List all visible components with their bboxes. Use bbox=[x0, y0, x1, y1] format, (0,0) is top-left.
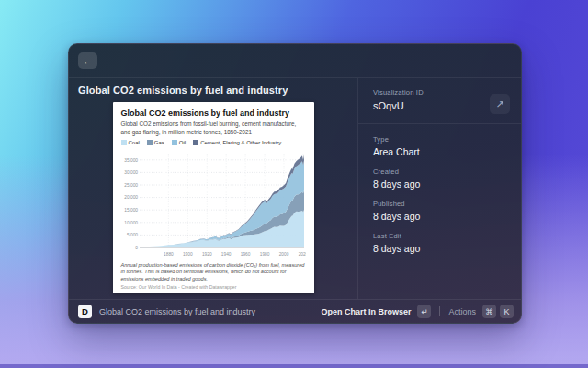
svg-text:0: 0 bbox=[135, 245, 138, 249]
svg-text:1980: 1980 bbox=[259, 252, 269, 257]
desktop-bottom-strip bbox=[0, 364, 588, 368]
svg-text:1900: 1900 bbox=[182, 252, 192, 257]
coal-swatch-icon bbox=[121, 140, 127, 145]
legend-item-gas: Gas bbox=[147, 140, 164, 145]
field-type: Type Area Chart bbox=[373, 135, 506, 157]
open-visualization-button[interactable]: ↗ bbox=[490, 94, 510, 114]
window-header: ← bbox=[69, 44, 521, 78]
detail-fields: Type Area Chart Created 8 days ago Publi… bbox=[358, 124, 521, 275]
chart-preview-pane: Global CO2 emissions by fuel and industr… bbox=[69, 78, 357, 299]
svg-text:25,000: 25,000 bbox=[124, 182, 138, 187]
svg-text:15,000: 15,000 bbox=[124, 208, 138, 213]
legend-item-coal: Coal bbox=[121, 140, 140, 145]
svg-text:1960: 1960 bbox=[240, 252, 250, 257]
chart-card: Global CO2 emissions by fuel and industr… bbox=[113, 102, 314, 293]
svg-text:35,000: 35,000 bbox=[124, 157, 138, 162]
legend-item-cement: Cement, Flaring & Other Industry bbox=[193, 140, 281, 145]
stacked-area-chart: 05,00010,00015,00020,00025,00030,00035,0… bbox=[121, 148, 306, 260]
footer-divider bbox=[439, 306, 440, 316]
svg-text:2000: 2000 bbox=[278, 252, 288, 257]
back-arrow-icon: ← bbox=[83, 55, 93, 66]
svg-text:2020: 2020 bbox=[298, 252, 305, 257]
field-published: Published 8 days ago bbox=[373, 200, 506, 222]
cement-swatch-icon bbox=[193, 140, 198, 145]
command-palette-window: ← Global CO2 emissions by fuel and indus… bbox=[68, 43, 522, 324]
chart-footnote: Annual production-based emissions of car… bbox=[121, 262, 306, 283]
datawrapper-logo-icon: D bbox=[78, 305, 92, 318]
chart-legend: Coal Gas Oil Cement, Flaring & Other Ind… bbox=[121, 140, 306, 145]
svg-text:1920: 1920 bbox=[201, 252, 211, 257]
field-created: Created 8 days ago bbox=[373, 167, 506, 190]
legend-item-oil: Oil bbox=[172, 140, 186, 145]
svg-text:20,000: 20,000 bbox=[124, 195, 138, 200]
page-title: Global CO2 emissions by fuel and industr… bbox=[69, 85, 357, 96]
command-key-icon: ⌘ bbox=[482, 305, 496, 318]
chart-subtitle: Global CO2 emissions from fossil-fuel bu… bbox=[121, 121, 306, 135]
svg-text:10,000: 10,000 bbox=[124, 220, 138, 224]
svg-text:1940: 1940 bbox=[220, 252, 231, 257]
svg-text:30,000: 30,000 bbox=[124, 170, 138, 175]
enter-key-icon: ↵ bbox=[417, 305, 431, 318]
chart-source: Source: Our World In Data - Created with… bbox=[121, 284, 306, 290]
svg-text:1880: 1880 bbox=[164, 252, 174, 257]
field-last-edit: Last Edit 8 days ago bbox=[373, 232, 506, 254]
visualization-id-section: Visualization ID sOqvU ↗ bbox=[358, 78, 521, 124]
k-key-icon: K bbox=[500, 305, 514, 318]
footer-chart-title: Global CO2 emissions by fuel and industr… bbox=[99, 307, 255, 316]
back-button[interactable]: ← bbox=[78, 52, 97, 69]
chart-title: Global CO2 emissions by fuel and industr… bbox=[121, 109, 306, 118]
window-footer: D Global CO2 emissions by fuel and indus… bbox=[69, 299, 521, 323]
external-link-icon: ↗ bbox=[495, 98, 503, 110]
svg-text:5,000: 5,000 bbox=[126, 233, 137, 237]
gas-swatch-icon bbox=[147, 140, 153, 145]
window-body: Global CO2 emissions by fuel and industr… bbox=[69, 78, 521, 299]
open-chart-in-browser-button[interactable]: Open Chart In Browser ↵ bbox=[321, 305, 431, 318]
details-panel: Visualization ID sOqvU ↗ Type Area Chart… bbox=[357, 78, 521, 299]
oil-swatch-icon bbox=[172, 140, 177, 145]
visualization-id-label: Visualization ID bbox=[373, 88, 506, 97]
visualization-id-value: sOqvU bbox=[373, 100, 506, 111]
actions-button[interactable]: Actions ⌘ K bbox=[448, 305, 514, 318]
